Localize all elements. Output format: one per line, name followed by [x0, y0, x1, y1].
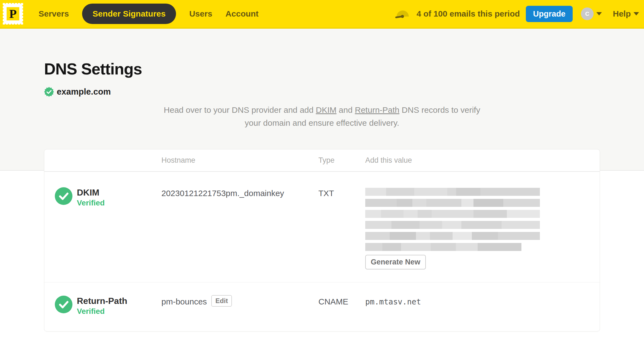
dns-settings-page: DNS Settings example.com Head over to yo…: [0, 60, 644, 331]
value-cell: Generate New: [365, 187, 600, 269]
redacted-dkim-value-line: [365, 221, 540, 229]
record-cell: DKIM Verified: [44, 187, 161, 269]
table-row-dkim: DKIM Verified 20230121221753pm._domainke…: [44, 172, 600, 282]
usage-gauge-icon: [395, 8, 410, 20]
account-menu[interactable]: C: [581, 7, 602, 20]
upgrade-button[interactable]: Upgrade: [526, 6, 573, 22]
primary-nav: Servers Sender Signatures Users Account: [39, 4, 259, 24]
redacted-dkim-value-line: [365, 199, 540, 207]
chevron-down-icon: [596, 12, 602, 15]
verified-check-icon: [55, 187, 72, 205]
verified-seal-icon: [44, 87, 54, 97]
chevron-down-icon: [634, 12, 639, 15]
verified-domain: example.com: [44, 86, 600, 97]
top-navigation-bar: P Servers Sender Signatures Users Accoun…: [0, 0, 644, 29]
record-type: CNAME: [318, 296, 365, 316]
nav-item-account[interactable]: Account: [226, 9, 259, 18]
redacted-dkim-value-line: [365, 210, 540, 218]
return-path-link[interactable]: Return-Path: [355, 105, 399, 114]
record-name: DKIM: [77, 188, 105, 198]
redacted-dkim-value-line: [365, 188, 540, 196]
nav-item-users[interactable]: Users: [189, 9, 212, 18]
topbar-right-cluster: 4 of 100 emails this period Upgrade C He…: [395, 6, 639, 22]
help-label: Help: [613, 9, 631, 18]
edit-button[interactable]: Edit: [211, 295, 232, 307]
avatar[interactable]: C: [581, 7, 594, 20]
dns-records-card: Hostname Type Add this value DKIM Verifi…: [44, 149, 600, 331]
value-column-header: Add this value: [365, 156, 600, 165]
nav-item-servers[interactable]: Servers: [39, 9, 69, 18]
record-meta: DKIM Verified: [77, 187, 105, 207]
verified-check-icon: [55, 296, 72, 313]
table-header: Hostname Type Add this value: [44, 149, 600, 172]
record-name: Return-Path: [77, 296, 127, 306]
record-meta: Return-Path Verified: [77, 296, 127, 316]
nav-item-sender-signatures[interactable]: Sender Signatures: [82, 4, 176, 24]
instructions-text: and: [337, 105, 355, 114]
dns-instructions: Head over to your DNS provider and add D…: [159, 103, 485, 129]
page-title: DNS Settings: [44, 60, 600, 78]
table-row-return-path: Return-Path Verified pm-bounces Edit CNA…: [44, 282, 600, 331]
hostname-cell: pm-bounces Edit: [161, 296, 318, 316]
type-column-header: Type: [318, 156, 365, 165]
status-badge: Verified: [77, 307, 127, 316]
domain-name: example.com: [57, 87, 111, 97]
status-badge: Verified: [77, 199, 105, 207]
help-menu[interactable]: Help: [613, 9, 639, 18]
redacted-dkim-value-line: [365, 232, 540, 240]
logo-letter: P: [9, 7, 17, 21]
record-type: TXT: [318, 187, 365, 269]
hostname-value: 20230121221753pm._domainkey: [161, 187, 318, 269]
redacted-dkim-value-line: [365, 243, 521, 251]
postmark-logo[interactable]: P: [3, 3, 23, 25]
dkim-link[interactable]: DKIM: [316, 105, 337, 114]
generate-new-button[interactable]: Generate New: [365, 255, 426, 269]
record-cell: Return-Path Verified: [44, 296, 161, 316]
hostname-column-header: Hostname: [161, 156, 318, 165]
cname-value: pm.mtasv.net: [365, 296, 600, 316]
instructions-text: Head over to your DNS provider and add: [164, 105, 316, 114]
usage-counter[interactable]: 4 of 100 emails this period: [416, 9, 520, 18]
hostname-value: pm-bounces: [161, 296, 207, 306]
